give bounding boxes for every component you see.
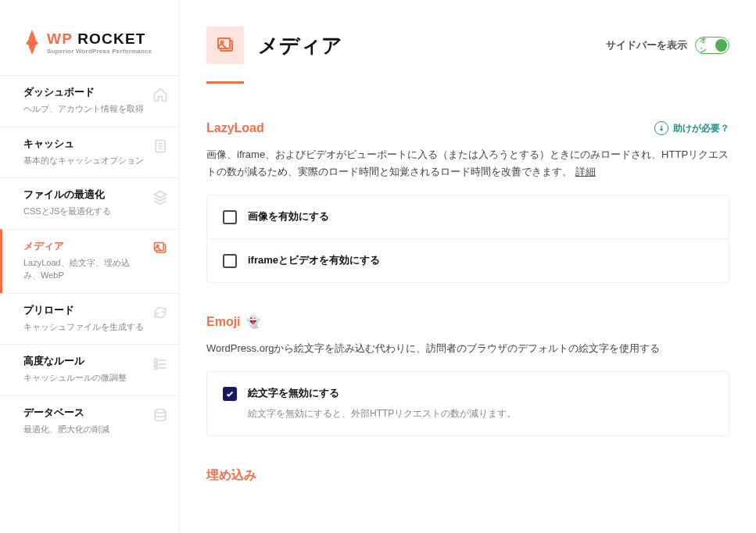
svg-rect-7 <box>155 359 157 361</box>
sidebar: WP ROCKET Superior WordPress Performance… <box>0 0 180 533</box>
option-row-disable-emoji[interactable]: 絵文字を無効にする 絵文字を無効にすると、外部HTTPリクエストの数が減ります。 <box>207 372 729 435</box>
lazyload-more-link[interactable]: 詳細 <box>575 166 596 177</box>
help-link[interactable]: 助けが必要？ <box>654 121 729 135</box>
sidebar-toggle[interactable]: オン <box>695 37 729 54</box>
page-icon <box>206 27 244 64</box>
section-embed: 埋め込み <box>206 467 729 484</box>
main-content: メディア サイドバーを表示 オン LazyLoad 助けが必要？ <box>180 0 756 533</box>
nav-preload[interactable]: プリロード キャッシュファイルを生成する <box>0 293 179 345</box>
section-title-embed: 埋め込み <box>206 467 256 484</box>
section-title-lazyload: LazyLoad <box>206 121 264 135</box>
nav-media[interactable]: メディア LazyLoad、絵文字、埋め込み、WebP <box>0 229 179 293</box>
sliders-icon <box>152 356 168 371</box>
refresh-icon <box>152 305 168 320</box>
checkbox-disable-emoji[interactable] <box>223 387 237 401</box>
nav-database[interactable]: データベース 最適化、肥大化の削減 <box>0 395 179 447</box>
check-icon <box>225 389 235 399</box>
page-header: メディア サイドバーを表示 オン <box>206 27 729 64</box>
database-icon <box>152 407 168 423</box>
sidebar-toggle-label: サイドバーを表示 <box>606 38 687 52</box>
section-desc-lazyload: 画像、iframe、およびビデオがビューポートに入る（または入ろうとする）ときに… <box>206 146 729 181</box>
ghost-icon: 👻 <box>245 314 261 329</box>
nav-rules[interactable]: 高度なルール キャッシュルールの微調整 <box>0 344 179 395</box>
logo-tagline: Superior WordPress Performance <box>47 48 152 55</box>
images-icon <box>216 36 235 55</box>
page-title: メディア <box>258 32 592 59</box>
option-row-iframe[interactable]: iframeとビデオを有効にする <box>207 238 729 282</box>
help-icon <box>654 121 668 135</box>
checkbox-images[interactable] <box>223 210 237 224</box>
svg-rect-11 <box>155 367 157 369</box>
option-row-images[interactable]: 画像を有効にする <box>207 195 729 238</box>
checkbox-iframe[interactable] <box>223 254 237 268</box>
logo: WP ROCKET Superior WordPress Performance <box>0 0 179 75</box>
tab-indicator <box>206 81 244 84</box>
svg-rect-9 <box>155 363 157 365</box>
file-icon <box>152 138 168 154</box>
section-desc-emoji: WordPress.orgから絵文字を読み込む代わりに、訪問者のブラウザのデフォ… <box>206 340 729 357</box>
svg-point-13 <box>155 409 165 413</box>
section-emoji: Emoji 👻 WordPress.orgから絵文字を読み込む代わりに、訪問者の… <box>206 314 729 436</box>
section-title-emoji: Emoji 👻 <box>206 314 261 329</box>
nav-dashboard[interactable]: ダッシュボード ヘルプ、アカウント情報を取得 <box>0 75 179 127</box>
nav-cache[interactable]: キャッシュ 基本的なキャッシュオプション <box>0 127 179 178</box>
rocket-icon <box>23 28 41 56</box>
layers-icon <box>152 189 168 205</box>
nav-file-opt[interactable]: ファイルの最適化 CSSとJSを最適化する <box>0 177 179 229</box>
home-icon <box>152 87 168 102</box>
images-icon <box>152 241 168 256</box>
section-lazyload: LazyLoad 助けが必要？ 画像、iframe、およびビデオがビューポートに… <box>206 121 729 283</box>
